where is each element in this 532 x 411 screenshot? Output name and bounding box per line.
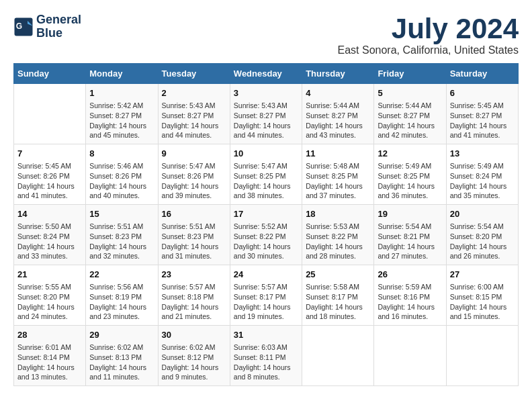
calendar-table: SundayMondayTuesdayWednesdayThursdayFrid… xyxy=(13,63,519,386)
calendar-cell: 19Sunrise: 5:54 AM Sunset: 8:21 PM Dayli… xyxy=(374,205,446,265)
day-number: 7 xyxy=(17,148,82,160)
day-info: Sunrise: 5:53 AM Sunset: 8:22 PM Dayligh… xyxy=(306,222,370,261)
calendar-week-row: 1Sunrise: 5:42 AM Sunset: 8:27 PM Daylig… xyxy=(14,84,519,144)
day-info: Sunrise: 5:47 AM Sunset: 8:26 PM Dayligh… xyxy=(162,161,226,201)
calendar-cell: 9Sunrise: 5:47 AM Sunset: 8:26 PM Daylig… xyxy=(158,144,230,205)
day-number: 14 xyxy=(17,208,82,220)
calendar-header-row: SundayMondayTuesdayWednesdayThursdayFrid… xyxy=(14,64,519,84)
calendar-cell: 16Sunrise: 5:51 AM Sunset: 8:23 PM Dayli… xyxy=(158,205,230,265)
calendar-cell xyxy=(374,325,446,385)
day-number: 21 xyxy=(17,269,82,281)
day-number: 15 xyxy=(89,208,154,220)
title-area: July 2024 East Sonora, California, Unite… xyxy=(338,13,519,56)
calendar-cell: 4Sunrise: 5:44 AM Sunset: 8:27 PM Daylig… xyxy=(302,84,374,144)
day-info: Sunrise: 5:48 AM Sunset: 8:25 PM Dayligh… xyxy=(306,161,370,201)
day-info: Sunrise: 6:03 AM Sunset: 8:11 PM Dayligh… xyxy=(234,342,298,382)
calendar-cell: 11Sunrise: 5:48 AM Sunset: 8:25 PM Dayli… xyxy=(302,144,374,205)
day-number: 27 xyxy=(450,269,515,281)
day-number: 26 xyxy=(378,269,442,281)
calendar-cell xyxy=(302,325,374,385)
logo-text: General Blue xyxy=(36,13,81,40)
day-number: 24 xyxy=(234,269,298,281)
day-number: 11 xyxy=(306,148,370,160)
day-number: 22 xyxy=(89,269,154,281)
calendar-cell: 27Sunrise: 6:00 AM Sunset: 8:15 PM Dayli… xyxy=(446,265,518,326)
calendar-cell: 13Sunrise: 5:49 AM Sunset: 8:24 PM Dayli… xyxy=(446,144,518,205)
calendar-week-row: 21Sunrise: 5:55 AM Sunset: 8:20 PM Dayli… xyxy=(14,265,519,326)
day-number: 29 xyxy=(89,329,154,341)
header-day-thursday: Thursday xyxy=(302,64,374,84)
day-info: Sunrise: 5:51 AM Sunset: 8:23 PM Dayligh… xyxy=(89,222,154,261)
day-info: Sunrise: 5:46 AM Sunset: 8:26 PM Dayligh… xyxy=(89,161,154,201)
calendar-cell: 25Sunrise: 5:58 AM Sunset: 8:17 PM Dayli… xyxy=(302,265,374,326)
day-number: 28 xyxy=(17,329,82,341)
calendar-cell: 7Sunrise: 5:45 AM Sunset: 8:26 PM Daylig… xyxy=(14,144,86,205)
day-info: Sunrise: 5:47 AM Sunset: 8:25 PM Dayligh… xyxy=(234,161,298,201)
day-info: Sunrise: 5:49 AM Sunset: 8:24 PM Dayligh… xyxy=(450,161,515,201)
main-title: July 2024 xyxy=(338,13,519,44)
page-header: G General Blue July 2024 East Sonora, Ca… xyxy=(13,13,519,56)
day-info: Sunrise: 5:56 AM Sunset: 8:19 PM Dayligh… xyxy=(89,282,154,322)
calendar-cell: 1Sunrise: 5:42 AM Sunset: 8:27 PM Daylig… xyxy=(86,84,158,144)
day-number: 20 xyxy=(450,208,515,220)
day-number: 9 xyxy=(162,148,226,160)
day-info: Sunrise: 5:57 AM Sunset: 8:17 PM Dayligh… xyxy=(234,282,298,322)
day-number: 6 xyxy=(450,87,515,99)
calendar-cell: 6Sunrise: 5:45 AM Sunset: 8:27 PM Daylig… xyxy=(446,84,518,144)
calendar-cell: 22Sunrise: 5:56 AM Sunset: 8:19 PM Dayli… xyxy=(86,265,158,326)
calendar-cell xyxy=(446,325,518,385)
day-number: 25 xyxy=(306,269,370,281)
calendar-cell: 12Sunrise: 5:49 AM Sunset: 8:25 PM Dayli… xyxy=(374,144,446,205)
day-number: 17 xyxy=(234,208,298,220)
calendar-cell: 3Sunrise: 5:43 AM Sunset: 8:27 PM Daylig… xyxy=(230,84,302,144)
day-number: 13 xyxy=(450,148,515,160)
day-number: 10 xyxy=(234,148,298,160)
day-info: Sunrise: 5:44 AM Sunset: 8:27 PM Dayligh… xyxy=(306,101,370,140)
subtitle: East Sonora, California, United States xyxy=(338,44,519,56)
calendar-week-row: 7Sunrise: 5:45 AM Sunset: 8:26 PM Daylig… xyxy=(14,144,519,205)
calendar-cell: 31Sunrise: 6:03 AM Sunset: 8:11 PM Dayli… xyxy=(230,325,302,385)
day-info: Sunrise: 5:44 AM Sunset: 8:27 PM Dayligh… xyxy=(378,101,442,140)
day-number: 19 xyxy=(378,208,442,220)
day-number: 8 xyxy=(89,148,154,160)
day-info: Sunrise: 6:00 AM Sunset: 8:15 PM Dayligh… xyxy=(450,282,515,322)
calendar-cell: 28Sunrise: 6:01 AM Sunset: 8:14 PM Dayli… xyxy=(14,325,86,385)
day-info: Sunrise: 5:43 AM Sunset: 8:27 PM Dayligh… xyxy=(162,101,226,140)
day-info: Sunrise: 5:54 AM Sunset: 8:21 PM Dayligh… xyxy=(378,222,442,261)
day-info: Sunrise: 5:49 AM Sunset: 8:25 PM Dayligh… xyxy=(378,161,442,201)
header-day-wednesday: Wednesday xyxy=(230,64,302,84)
calendar-week-row: 28Sunrise: 6:01 AM Sunset: 8:14 PM Dayli… xyxy=(14,325,519,385)
day-info: Sunrise: 5:54 AM Sunset: 8:20 PM Dayligh… xyxy=(450,222,515,261)
header-day-monday: Monday xyxy=(86,64,158,84)
day-number: 18 xyxy=(306,208,370,220)
day-number: 3 xyxy=(234,87,298,99)
calendar-cell: 21Sunrise: 5:55 AM Sunset: 8:20 PM Dayli… xyxy=(14,265,86,326)
day-info: Sunrise: 5:57 AM Sunset: 8:18 PM Dayligh… xyxy=(162,282,226,322)
calendar-week-row: 14Sunrise: 5:50 AM Sunset: 8:24 PM Dayli… xyxy=(14,205,519,265)
calendar-cell: 30Sunrise: 6:02 AM Sunset: 8:12 PM Dayli… xyxy=(158,325,230,385)
day-number: 1 xyxy=(89,87,154,99)
header-day-tuesday: Tuesday xyxy=(158,64,230,84)
logo-line1: General xyxy=(36,13,81,27)
logo-line2: Blue xyxy=(36,27,81,40)
header-day-saturday: Saturday xyxy=(446,64,518,84)
calendar-cell: 17Sunrise: 5:52 AM Sunset: 8:22 PM Dayli… xyxy=(230,205,302,265)
day-info: Sunrise: 5:45 AM Sunset: 8:27 PM Dayligh… xyxy=(450,101,515,140)
day-info: Sunrise: 6:01 AM Sunset: 8:14 PM Dayligh… xyxy=(17,342,82,382)
calendar-cell: 2Sunrise: 5:43 AM Sunset: 8:27 PM Daylig… xyxy=(158,84,230,144)
day-info: Sunrise: 5:58 AM Sunset: 8:17 PM Dayligh… xyxy=(306,282,370,322)
day-info: Sunrise: 5:42 AM Sunset: 8:27 PM Dayligh… xyxy=(89,101,154,140)
logo-icon: G xyxy=(13,17,34,37)
day-number: 4 xyxy=(306,87,370,99)
day-info: Sunrise: 5:50 AM Sunset: 8:24 PM Dayligh… xyxy=(17,222,82,261)
day-info: Sunrise: 5:51 AM Sunset: 8:23 PM Dayligh… xyxy=(162,222,226,261)
day-info: Sunrise: 5:52 AM Sunset: 8:22 PM Dayligh… xyxy=(234,222,298,261)
calendar-cell: 18Sunrise: 5:53 AM Sunset: 8:22 PM Dayli… xyxy=(302,205,374,265)
calendar-cell: 5Sunrise: 5:44 AM Sunset: 8:27 PM Daylig… xyxy=(374,84,446,144)
calendar-cell: 24Sunrise: 5:57 AM Sunset: 8:17 PM Dayli… xyxy=(230,265,302,326)
day-info: Sunrise: 5:43 AM Sunset: 8:27 PM Dayligh… xyxy=(234,101,298,140)
calendar-cell: 29Sunrise: 6:02 AM Sunset: 8:13 PM Dayli… xyxy=(86,325,158,385)
calendar-cell xyxy=(14,84,86,144)
calendar-cell: 23Sunrise: 5:57 AM Sunset: 8:18 PM Dayli… xyxy=(158,265,230,326)
day-info: Sunrise: 6:02 AM Sunset: 8:12 PM Dayligh… xyxy=(162,342,226,382)
